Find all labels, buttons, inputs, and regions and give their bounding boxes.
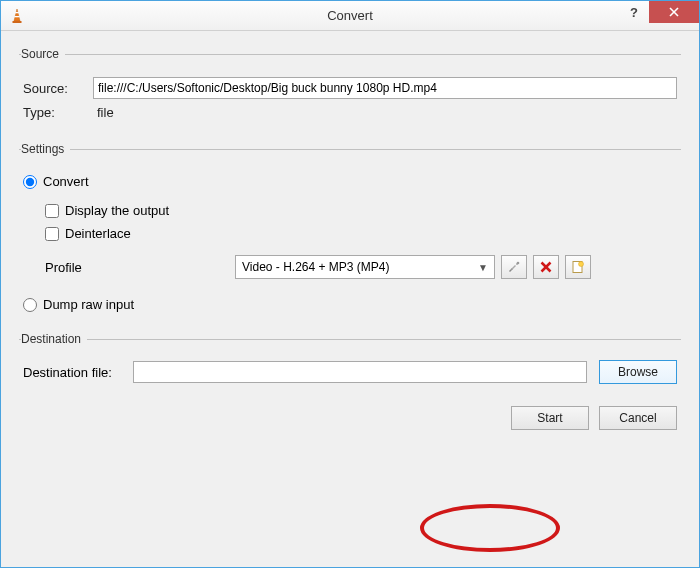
- dump-raw-radio[interactable]: [23, 298, 37, 312]
- settings-legend: Settings: [21, 142, 70, 156]
- help-button[interactable]: ?: [619, 1, 649, 23]
- display-output-label: Display the output: [65, 203, 169, 218]
- chevron-down-icon: ▼: [478, 262, 488, 273]
- new-profile-button[interactable]: [565, 255, 591, 279]
- svg-rect-2: [14, 16, 19, 17]
- dump-raw-row[interactable]: Dump raw input: [23, 297, 677, 312]
- profile-label: Profile: [45, 260, 235, 275]
- delete-icon: [540, 261, 552, 273]
- edit-profile-button[interactable]: [501, 255, 527, 279]
- profile-select[interactable]: Video - H.264 + MP3 (MP4) ▼: [235, 255, 495, 279]
- destination-legend: Destination: [21, 332, 87, 346]
- start-button[interactable]: Start: [511, 406, 589, 430]
- svg-point-10: [579, 262, 584, 267]
- destination-label: Destination file:: [23, 365, 133, 380]
- close-icon: [669, 7, 679, 17]
- new-file-icon: [571, 260, 585, 274]
- deinterlace-label: Deinterlace: [65, 226, 131, 241]
- destination-group: Destination Destination file: Browse: [19, 332, 681, 398]
- convert-dialog: Convert ? Source Source: Type: file: [0, 0, 700, 568]
- svg-rect-1: [15, 12, 19, 13]
- svg-point-6: [517, 262, 520, 265]
- profile-selected: Video - H.264 + MP3 (MP4): [242, 260, 390, 274]
- vlc-cone-icon: [9, 8, 25, 24]
- type-value: file: [97, 105, 114, 120]
- display-output-row[interactable]: Display the output: [45, 203, 677, 218]
- type-label: Type:: [23, 105, 93, 120]
- destination-input[interactable]: [133, 361, 587, 383]
- close-button[interactable]: [649, 1, 699, 23]
- source-legend: Source: [21, 47, 65, 61]
- delete-profile-button[interactable]: [533, 255, 559, 279]
- deinterlace-row[interactable]: Deinterlace: [45, 226, 677, 241]
- window-title: Convert: [327, 8, 373, 23]
- source-group: Source Source: Type: file: [19, 47, 681, 136]
- titlebar: Convert ?: [1, 1, 699, 31]
- tools-icon: [507, 260, 521, 274]
- deinterlace-checkbox[interactable]: [45, 227, 59, 241]
- dump-raw-label: Dump raw input: [43, 297, 134, 312]
- svg-rect-3: [13, 21, 22, 23]
- annotation-highlight: [420, 504, 560, 552]
- svg-marker-0: [14, 9, 20, 21]
- source-label: Source:: [23, 81, 93, 96]
- settings-group: Settings Convert Display the output Dein…: [19, 142, 681, 326]
- cancel-button[interactable]: Cancel: [599, 406, 677, 430]
- source-input[interactable]: [93, 77, 677, 99]
- display-output-checkbox[interactable]: [45, 204, 59, 218]
- convert-radio[interactable]: [23, 175, 37, 189]
- convert-radio-label: Convert: [43, 174, 89, 189]
- browse-button[interactable]: Browse: [599, 360, 677, 384]
- convert-radio-row[interactable]: Convert: [23, 174, 677, 189]
